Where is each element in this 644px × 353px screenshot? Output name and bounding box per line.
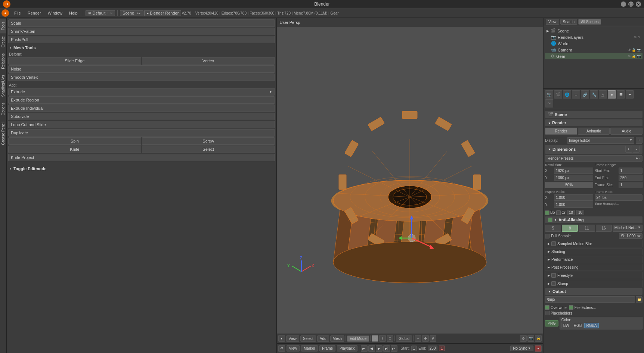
timeline-icon[interactable]: ⏱ (278, 345, 285, 352)
display-dropdown[interactable]: Image Editor ▼ (567, 137, 634, 144)
face-select-icon[interactable]: □ (387, 335, 393, 342)
ay-value[interactable]: 1.000 (554, 202, 593, 208)
presets-add[interactable]: + (636, 156, 638, 160)
performance-header[interactable]: Performance (545, 256, 643, 263)
framerate-value[interactable]: 24 fps (595, 194, 643, 201)
prop-tab-particles[interactable]: ✦ (626, 90, 634, 99)
aa-checkbox[interactable] (548, 218, 552, 222)
cr-value[interactable]: 10 (576, 210, 584, 215)
prop-tab-physics[interactable]: 〜 (545, 99, 553, 107)
tree-item-camera[interactable]: 📹 Camera 👁 🔒 📷 (545, 47, 643, 53)
vtab-shading[interactable]: Shading/UVs (0, 72, 6, 100)
grid-icon[interactable]: # (430, 335, 436, 342)
freestyle-checkbox[interactable] (551, 273, 556, 278)
render-tab-animation[interactable]: Animatio (578, 128, 610, 135)
shading-header[interactable]: Shading (545, 248, 643, 255)
presets-remove[interactable]: - (639, 156, 640, 160)
bw-btn[interactable]: BW (561, 323, 571, 328)
overwrite-checkbox[interactable] (545, 305, 549, 310)
camera-view-icon[interactable]: 📷 (527, 335, 534, 342)
duplicate-button[interactable]: Duplicate (8, 129, 275, 137)
smooth-vertex-button[interactable]: Smooth Vertex (8, 74, 275, 81)
current-frame[interactable]: 1 (439, 346, 445, 351)
slide-edge-button[interactable]: Slide Edge (8, 57, 141, 65)
fast-forward-icon[interactable]: ⏭ (391, 345, 397, 352)
display-extra[interactable]: + (636, 137, 643, 144)
sync-selector[interactable]: No Sync ▼ (510, 346, 533, 351)
vertex-button[interactable]: Vertex (142, 57, 275, 65)
extrude-region-button[interactable]: Extrude Region (8, 96, 275, 104)
extrude-dropdown[interactable]: Extrude (8, 88, 275, 96)
maximize-button[interactable]: □ (628, 1, 634, 7)
stamp-checkbox[interactable] (551, 281, 556, 286)
timeline-playback[interactable]: Playback (337, 345, 357, 352)
rgba-btn[interactable]: RGBA (584, 323, 598, 328)
si-value[interactable]: Si: 1.000 px (619, 233, 643, 239)
stamp-header[interactable]: Stamp (545, 280, 643, 287)
tree-item-scene[interactable]: ▶ 🎬 Scene (545, 28, 643, 34)
prop-tab-object[interactable]: □ (572, 90, 580, 99)
knife-button[interactable]: Knife (8, 146, 141, 153)
engine-selector[interactable]: ● Blender Render (144, 10, 182, 16)
view-all-icon[interactable]: ⊙ (520, 335, 527, 342)
post-processing-header[interactable]: Post Processing (545, 264, 643, 271)
ax-value[interactable]: 1.000 (554, 194, 593, 201)
file-ext-checkbox[interactable] (569, 305, 573, 310)
render-presets-row[interactable]: Render Presets + - (545, 155, 643, 162)
tree-item-world[interactable]: 🌐 World (545, 40, 643, 47)
prop-tab-render[interactable]: 📷 (545, 90, 553, 99)
viewport-view-menu[interactable]: View (286, 335, 300, 342)
lock-view-icon[interactable]: 🔒 (535, 335, 542, 342)
subdivide-button[interactable]: Subdivide (8, 113, 275, 120)
next-frame-icon[interactable]: ▶| (383, 345, 390, 352)
edge-select-icon[interactable]: / (379, 335, 386, 342)
placeholders-checkbox[interactable] (545, 311, 549, 315)
render-tab-render[interactable]: Render (545, 128, 577, 135)
viewport-canvas[interactable]: .wire { fill: none; stroke: #e07820; str… (277, 27, 544, 352)
prop-tab-modifiers[interactable]: 🔧 (590, 90, 598, 99)
vtab-tools[interactable]: Tools (0, 19, 6, 33)
timeline-frame[interactable]: Frame (319, 345, 335, 352)
prop-tab-scene[interactable]: 🎬 (554, 90, 562, 99)
dim-add-btn[interactable]: + (625, 146, 632, 153)
dim-remove-btn[interactable]: - (633, 146, 640, 153)
extrude-individual-button[interactable]: Extrude Individual (8, 104, 275, 112)
record-icon[interactable]: ● (535, 345, 542, 352)
prop-tab-data[interactable]: △ (599, 90, 607, 99)
minimize-button[interactable]: _ (621, 1, 626, 7)
outliner-search-btn[interactable]: Search (560, 19, 578, 25)
render-tab-audio[interactable]: Audio (610, 128, 643, 135)
rgb-btn[interactable]: RGB (572, 323, 584, 328)
output-path-input[interactable]: /tmp/ (545, 296, 635, 303)
prop-tab-texture[interactable]: ☰ (617, 90, 625, 99)
vertex-select-icon[interactable]: · (372, 335, 378, 342)
cr-checkbox[interactable] (556, 210, 561, 215)
vtab-create[interactable]: Create (0, 33, 6, 50)
start-frame[interactable]: 1 (411, 346, 417, 351)
aa-filter[interactable]: Mitchell-Net... ▼ (613, 225, 643, 232)
scene-selector[interactable]: Scene +× (120, 10, 143, 16)
viewport-mode-icon[interactable]: ● (278, 335, 285, 342)
outliner-scenes-btn[interactable]: All Scenes (578, 19, 601, 25)
rewind-icon[interactable]: ⏮ (361, 345, 368, 352)
end-fra-value[interactable]: 250 (619, 175, 643, 181)
screw-button[interactable]: Screw (142, 137, 275, 145)
res-y-value[interactable]: 1080 px (554, 175, 593, 181)
smb-checkbox[interactable] (551, 241, 556, 246)
push-pull-button[interactable]: Push/Pull (8, 36, 275, 43)
outliner-view-btn[interactable]: View (546, 19, 559, 25)
tree-item-renderlayers[interactable]: 📷 RenderLayers 👁 ✎ (545, 34, 643, 40)
aa-8[interactable]: 8 (562, 225, 578, 232)
prev-frame-icon[interactable]: ◀ (368, 345, 375, 352)
viewport-select-menu[interactable]: Select (300, 335, 316, 342)
vtab-relations[interactable]: Relations (0, 50, 6, 72)
edit-mode-selector[interactable]: Edit Mode (347, 335, 369, 342)
resolution-percent[interactable]: 50% (545, 182, 593, 188)
menu-window[interactable]: Window (45, 10, 65, 16)
prop-tab-world[interactable]: 🌐 (563, 90, 571, 99)
full-sample-checkbox[interactable] (545, 234, 549, 238)
menu-help[interactable]: Help (66, 10, 81, 16)
viewport-add-menu[interactable]: Add (317, 335, 329, 342)
end-frame[interactable]: 250 (428, 346, 438, 351)
workspace-selector[interactable]: ⊞ Default +× (86, 10, 115, 16)
